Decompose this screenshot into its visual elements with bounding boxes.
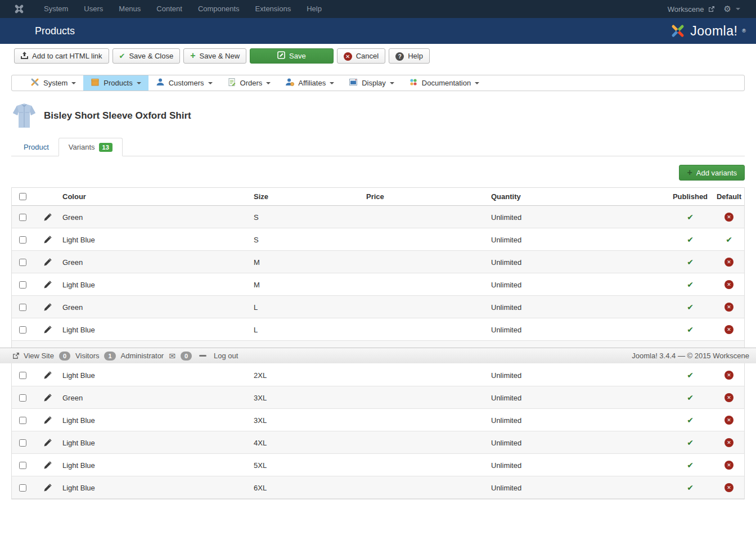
row-select-cell <box>12 409 43 431</box>
edit-pencil-icon[interactable] <box>43 483 52 492</box>
row-select-checkbox[interactable] <box>19 326 26 334</box>
admin-menu-item-users[interactable]: Users <box>76 0 111 18</box>
save-button[interactable]: Save <box>250 48 334 64</box>
logout-link[interactable]: Log out <box>214 352 238 360</box>
published-check-icon[interactable]: ✔ <box>687 393 694 402</box>
published-check-icon[interactable]: ✔ <box>687 461 694 470</box>
published-check-icon[interactable]: ✔ <box>687 325 694 334</box>
row-select-checkbox[interactable] <box>19 462 26 469</box>
row-select-checkbox[interactable] <box>19 394 26 402</box>
row-select-cell <box>12 273 43 296</box>
variant-price <box>366 273 491 296</box>
edit-pencil-icon[interactable] <box>43 235 52 244</box>
default-cross-icon[interactable]: ✕ <box>724 371 734 380</box>
default-cross-icon[interactable]: ✕ <box>724 483 734 492</box>
default-cross-icon[interactable]: ✕ <box>724 438 734 447</box>
row-select-checkbox[interactable] <box>19 417 26 424</box>
admin-menu-item-components[interactable]: Components <box>190 0 248 18</box>
default-cross-icon[interactable]: ✕ <box>724 461 734 470</box>
variant-default-cell: ✔ <box>714 228 744 251</box>
row-select-checkbox[interactable] <box>19 214 26 221</box>
page-title: Products <box>35 25 75 37</box>
view-site-link[interactable]: View Site <box>12 352 54 360</box>
edit-pencil-icon[interactable] <box>43 325 52 334</box>
edit-pencil-icon[interactable] <box>43 303 52 312</box>
published-check-icon[interactable]: ✔ <box>687 258 694 267</box>
row-select-checkbox[interactable] <box>19 281 26 289</box>
row-select-checkbox[interactable] <box>19 259 26 266</box>
variant-row: Light Blue M Unlimited ✔ ✕ <box>12 273 744 296</box>
help-button[interactable]: ?Help <box>389 48 430 64</box>
select-all-checkbox[interactable] <box>19 193 26 200</box>
tab-product[interactable]: Product <box>14 138 58 156</box>
row-select-checkbox[interactable] <box>19 439 26 447</box>
save-edit-icon <box>277 51 285 59</box>
admin-menu-item-system[interactable]: System <box>36 0 76 18</box>
tab-variants[interactable]: Variants 13 <box>58 138 123 156</box>
published-check-icon[interactable]: ✔ <box>687 213 694 222</box>
default-cross-icon[interactable]: ✕ <box>724 416 734 425</box>
row-select-checkbox[interactable] <box>19 484 26 492</box>
menubar-item-documentation[interactable]: Documentation <box>402 75 487 91</box>
menubar-item-system[interactable]: System <box>23 75 83 91</box>
default-cross-icon[interactable]: ✕ <box>724 325 734 334</box>
menubar-item-customers[interactable]: Customers <box>148 75 220 91</box>
row-edit-cell <box>43 476 62 499</box>
default-check-icon[interactable]: ✔ <box>726 235 732 244</box>
edit-pencil-icon[interactable] <box>43 213 52 222</box>
row-select-checkbox[interactable] <box>19 372 26 379</box>
published-check-icon[interactable]: ✔ <box>687 416 694 425</box>
save-close-button[interactable]: ✔Save & Close <box>112 48 181 64</box>
default-cross-icon[interactable]: ✕ <box>724 258 734 267</box>
visitors-label: Visitors <box>75 352 99 360</box>
site-preview-link[interactable]: Workscene <box>668 5 715 13</box>
row-select-cell <box>12 364 43 386</box>
published-check-icon[interactable]: ✔ <box>687 483 694 492</box>
admin-menu-item-help[interactable]: Help <box>299 0 330 18</box>
row-select-checkbox[interactable] <box>19 236 26 244</box>
edit-pencil-icon[interactable] <box>43 438 52 447</box>
edit-pencil-icon[interactable] <box>43 280 52 289</box>
published-check-icon[interactable]: ✔ <box>687 303 694 312</box>
edit-pencil-icon[interactable] <box>43 416 52 425</box>
default-cross-icon[interactable]: ✕ <box>724 303 734 312</box>
published-check-icon[interactable]: ✔ <box>687 371 694 380</box>
variant-size: M <box>254 273 366 296</box>
settings-menu-toggle[interactable]: ⚙ <box>724 4 740 14</box>
save-new-button[interactable]: +Save & New <box>183 48 246 64</box>
default-cross-icon[interactable]: ✕ <box>724 393 734 402</box>
edit-pencil-icon[interactable] <box>43 371 52 380</box>
messages-envelope-icon[interactable]: ✉ <box>169 352 176 361</box>
variant-size: 6XL <box>254 476 366 499</box>
row-edit-cell <box>43 364 62 386</box>
add-variants-button[interactable]: + Add variants <box>679 165 745 181</box>
menubar-item-products[interactable]: Products <box>83 75 148 91</box>
edit-pencil-icon[interactable] <box>43 461 52 470</box>
menubar-item-affiliates[interactable]: Affiliates <box>278 75 341 91</box>
edit-pencil-icon[interactable] <box>43 393 52 402</box>
variants-table: Colour Size Price Quantity Published Def… <box>11 187 745 499</box>
cancel-button[interactable]: ✕Cancel <box>337 48 385 64</box>
menubar-item-orders[interactable]: Orders <box>220 75 278 91</box>
edit-pencil-icon[interactable] <box>43 258 52 267</box>
row-select-checkbox[interactable] <box>19 304 26 311</box>
published-check-icon[interactable]: ✔ <box>687 438 694 447</box>
variant-quantity: Unlimited <box>491 476 667 499</box>
chevron-down-icon <box>137 82 141 84</box>
variants-count-badge: 13 <box>99 143 112 152</box>
admin-menu-item-menus[interactable]: Menus <box>111 0 148 18</box>
variant-colour: Green <box>62 296 254 318</box>
published-check-icon[interactable]: ✔ <box>687 280 694 289</box>
variant-price <box>366 318 491 341</box>
colour-column-header: Colour <box>62 188 254 205</box>
variant-default-cell: ✕ <box>714 273 744 296</box>
default-cross-icon[interactable]: ✕ <box>724 213 734 222</box>
admin-menu-item-extensions[interactable]: Extensions <box>248 0 299 18</box>
menubar-item-display[interactable]: Display <box>341 75 402 91</box>
admin-menu-item-content[interactable]: Content <box>148 0 190 18</box>
add-to-cart-html-link-button[interactable]: Add to cart HTML link <box>14 48 109 64</box>
default-cross-icon[interactable]: ✕ <box>724 280 734 289</box>
published-check-icon[interactable]: ✔ <box>687 235 694 244</box>
published-column-header: Published <box>667 188 714 205</box>
variant-size: S <box>254 228 366 251</box>
